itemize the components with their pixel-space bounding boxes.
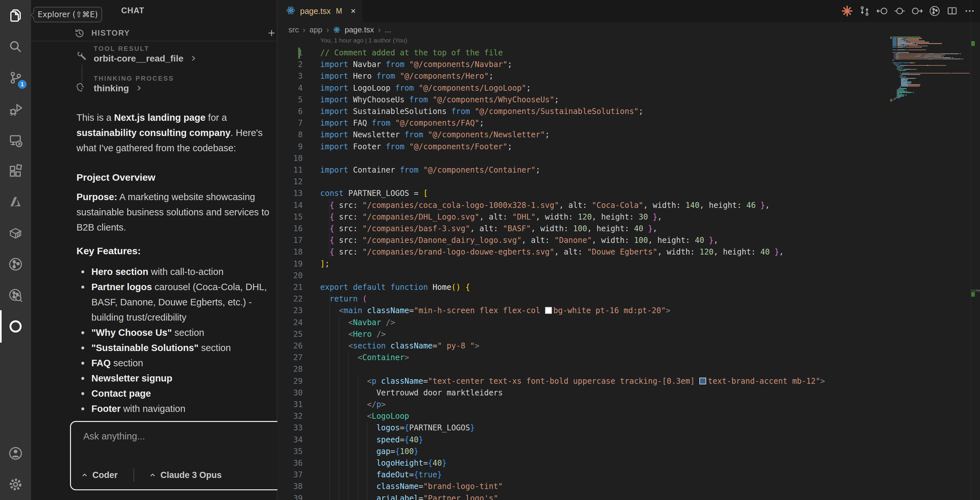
- split-editor-icon[interactable]: [946, 5, 958, 17]
- color-swatch: [699, 378, 706, 384]
- extensions-icon[interactable]: [0, 156, 31, 187]
- code-line: 8import Newsletter from "@/components/Ne…: [277, 129, 980, 141]
- commit-graph-circle-icon[interactable]: [929, 5, 940, 17]
- panel-title: CHAT: [121, 6, 145, 15]
- git-blame-annotation: You, 1 hour ago | 1 author (You): [320, 37, 407, 44]
- code-line: 6import SustainableSolutions from "@/com…: [277, 106, 980, 117]
- search-icon[interactable]: [0, 31, 31, 62]
- tab-bar: page.tsx M: [277, 0, 980, 22]
- chat-input-box[interactable]: Ask anything... Coder Claude 3 Opus: [70, 421, 302, 490]
- next-change-icon[interactable]: [911, 5, 923, 17]
- code-line: 16 { src: "/companies/basf-3.svg", alt: …: [277, 223, 980, 235]
- divider: [31, 41, 277, 41]
- code-line: 26 <section className=" py-8 ">: [277, 340, 980, 352]
- previous-change-icon[interactable]: [876, 5, 888, 17]
- chevron-up-icon: [80, 470, 89, 479]
- bullet-item: "Sustainable Solutions" section: [76, 340, 300, 356]
- code-line: 11import Container from "@/components/Co…: [277, 164, 980, 176]
- mode-selector[interactable]: Coder: [80, 468, 118, 482]
- code-line: 33 logos={PARTNER_LOGOS}: [277, 422, 980, 433]
- code-line: 15 { src: "/companies/DHL_Logo.svg", alt…: [277, 211, 980, 223]
- code-line: 10: [277, 152, 980, 164]
- code-line: 28: [277, 363, 980, 375]
- timeline-connector: [82, 65, 82, 82]
- chat-panel: CHAT HISTORY TOOL RESULT orbit-core__rea…: [31, 0, 277, 500]
- breadcrumb-symbol[interactable]: ...: [385, 25, 391, 34]
- azure-icon[interactable]: [0, 187, 31, 217]
- code-line: 21export default function Home() {: [277, 281, 980, 293]
- breadcrumb: src › app › page.tsx › ...: [288, 24, 391, 36]
- graph-search-icon[interactable]: [0, 280, 31, 311]
- code-line: 31 </p>: [277, 398, 980, 410]
- divider: [134, 468, 134, 481]
- model-selector[interactable]: Claude 3 Opus: [148, 468, 222, 482]
- account-icon[interactable]: [0, 438, 31, 469]
- code-line: 19];: [277, 258, 980, 270]
- history-icon: [74, 27, 85, 40]
- editor-group: page.tsx M: [277, 0, 980, 500]
- tab-page-tsx[interactable]: page.tsx M: [277, 0, 362, 22]
- code-line: 5import WhyChooseUs from "@/components/W…: [277, 94, 980, 106]
- code-line: 25 <Hero />: [277, 329, 980, 340]
- close-icon[interactable]: [349, 6, 358, 16]
- active-view-indicator: [0, 310, 2, 343]
- bullet-item: "Why Choose Us" section: [76, 325, 300, 340]
- minimap-change-marker: [890, 37, 892, 39]
- code-line: 30 Vertrouwd door marktleiders: [277, 387, 980, 398]
- ai-extension-icon[interactable]: [0, 311, 31, 342]
- bullet-item: Newsletter signup: [76, 371, 300, 386]
- git-compare-icon[interactable]: [859, 5, 870, 17]
- more-actions-icon[interactable]: [964, 5, 975, 17]
- bullet-item: Hero section with call-to-action: [76, 264, 300, 279]
- chat-input-placeholder: Ask anything...: [83, 431, 145, 442]
- commit-graph-icon[interactable]: [0, 249, 31, 280]
- code-line: 35 gap={100}: [277, 446, 980, 457]
- breadcrumb-app[interactable]: app: [310, 25, 323, 34]
- timeline-item-thinking[interactable]: thinking: [94, 83, 143, 94]
- code-line: 37 fadeOut={true}: [277, 469, 980, 481]
- tab-filename: page.tsx: [300, 6, 331, 16]
- change-circle-icon[interactable]: [894, 5, 905, 17]
- container-icon[interactable]: [0, 217, 31, 249]
- overview-ruler-change-marker: [971, 41, 975, 46]
- chevron-up-icon: [148, 470, 157, 479]
- breadcrumb-src[interactable]: src: [288, 25, 299, 34]
- code-line: 22 return (: [277, 293, 980, 305]
- vscode-window: 1 CHAT: [0, 0, 980, 500]
- run-debug-icon[interactable]: [0, 93, 31, 124]
- react-icon: [286, 5, 296, 16]
- history-header[interactable]: HISTORY: [31, 25, 277, 41]
- assistant-message: This is a Next.js landing page for asust…: [76, 110, 300, 416]
- code-line: 18 { src: "/companies/brand-logo-douwe-e…: [277, 246, 980, 258]
- timeline-item-tool-result[interactable]: orbit-core__read_file: [94, 54, 198, 64]
- brain-icon: [75, 82, 87, 95]
- overview-ruler-border: [970, 0, 971, 500]
- editor-actions: [841, 0, 975, 22]
- code-line: 2import Navbar from "@/components/Navbar…: [277, 59, 980, 70]
- timeline-kind: THINKING PROCESS: [94, 75, 174, 82]
- code-line: 39 ariaLabel="Partner logo's": [277, 492, 980, 500]
- code-line: 3import Hero from "@/components/Hero";: [277, 70, 980, 82]
- code-line: 14 { src: "/companies/coca_cola-logo-100…: [277, 200, 980, 211]
- activity-bar: 1: [0, 0, 31, 500]
- minimap[interactable]: [892, 37, 969, 101]
- explorer-tooltip: Explorer (⇧⌘E): [33, 7, 102, 22]
- timeline-kind: TOOL RESULT: [94, 45, 150, 52]
- scrollbar-slider-edge[interactable]: [971, 289, 980, 292]
- settings-gear-icon[interactable]: [0, 469, 31, 500]
- remote-explorer-icon[interactable]: [0, 124, 31, 156]
- code-line: 7import FAQ from "@/components/FAQ";: [277, 117, 980, 129]
- source-control-icon[interactable]: 1: [0, 62, 31, 93]
- bullet-item: Footer with navigation: [76, 401, 300, 416]
- bullet-item: Contact page: [76, 386, 300, 401]
- react-icon: [333, 26, 340, 34]
- overview-ruler-change-marker: [971, 292, 975, 297]
- files-icon[interactable]: [0, 0, 31, 31]
- code-line: 20: [277, 270, 980, 281]
- history-label: HISTORY: [91, 29, 130, 38]
- color-swatch: [545, 307, 552, 314]
- claude-starburst-icon[interactable]: [841, 5, 853, 17]
- breadcrumb-file[interactable]: page.tsx: [345, 25, 374, 34]
- new-chat-icon[interactable]: [266, 28, 277, 40]
- wrench-icon: [76, 51, 88, 63]
